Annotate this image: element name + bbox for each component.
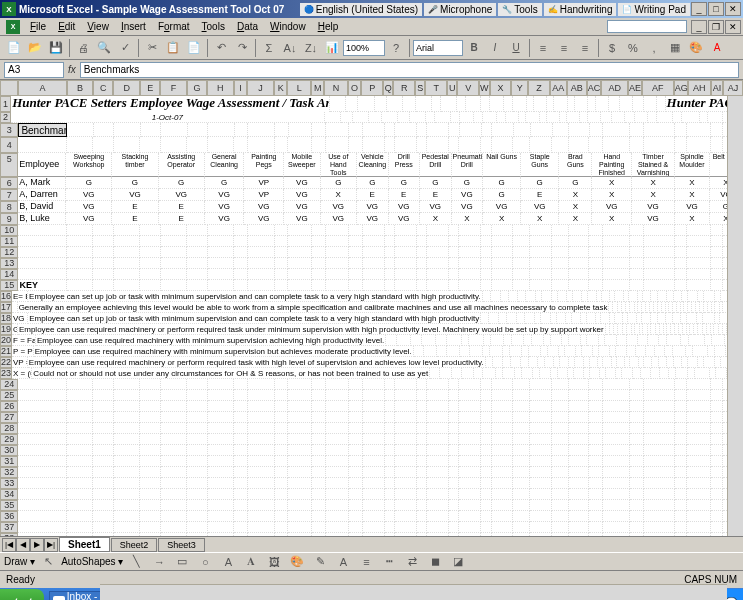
cell[interactable] xyxy=(288,379,312,390)
cell[interactable] xyxy=(385,434,395,445)
cell[interactable] xyxy=(644,467,676,478)
cell[interactable] xyxy=(552,280,569,291)
cell[interactable] xyxy=(644,247,676,258)
cell[interactable] xyxy=(288,511,312,522)
cell[interactable] xyxy=(569,236,589,247)
cell[interactable] xyxy=(492,269,514,280)
cell[interactable] xyxy=(369,112,381,123)
cell[interactable] xyxy=(248,522,275,533)
cell[interactable] xyxy=(288,434,312,445)
task-header[interactable]: Pedestal Drill xyxy=(420,153,452,177)
cell[interactable] xyxy=(589,280,603,291)
cell[interactable] xyxy=(140,489,160,500)
cell[interactable] xyxy=(460,112,474,123)
cell[interactable] xyxy=(530,401,552,412)
cell[interactable] xyxy=(459,401,481,412)
cell[interactable] xyxy=(275,137,289,153)
cell[interactable] xyxy=(114,445,141,456)
cell[interactable] xyxy=(449,522,459,533)
cell[interactable] xyxy=(248,412,275,423)
cell[interactable] xyxy=(459,390,481,401)
cell[interactable] xyxy=(312,247,326,258)
cell[interactable] xyxy=(675,123,687,137)
cell[interactable] xyxy=(385,445,395,456)
cell[interactable] xyxy=(93,478,113,489)
cell[interactable] xyxy=(18,434,66,445)
cell[interactable] xyxy=(512,335,525,346)
cell[interactable] xyxy=(427,247,449,258)
cell[interactable] xyxy=(530,478,552,489)
cell[interactable] xyxy=(449,123,459,137)
cell[interactable] xyxy=(349,500,363,511)
cell[interactable] xyxy=(596,96,610,112)
cell[interactable] xyxy=(541,346,548,357)
cell[interactable] xyxy=(140,511,160,522)
cell[interactable] xyxy=(312,225,326,236)
cell[interactable] xyxy=(459,533,481,536)
cell[interactable] xyxy=(569,335,581,346)
cell[interactable] xyxy=(67,236,94,247)
cell[interactable] xyxy=(687,280,711,291)
cell[interactable] xyxy=(554,96,568,112)
cell[interactable] xyxy=(552,423,569,434)
cell[interactable] xyxy=(675,137,687,153)
cell[interactable] xyxy=(667,291,674,302)
cell[interactable] xyxy=(325,112,341,123)
cell[interactable] xyxy=(552,225,569,236)
cell[interactable] xyxy=(552,401,569,412)
cell[interactable] xyxy=(687,533,711,536)
cell[interactable] xyxy=(312,423,326,434)
cell[interactable] xyxy=(208,511,235,522)
cell[interactable] xyxy=(548,346,559,357)
cell[interactable] xyxy=(481,445,491,456)
cell[interactable] xyxy=(93,412,113,423)
cell[interactable] xyxy=(545,357,555,368)
cell[interactable] xyxy=(275,401,289,412)
cell[interactable] xyxy=(417,500,427,511)
cell[interactable] xyxy=(234,412,248,423)
col-header-S[interactable]: S xyxy=(415,80,425,96)
rating-cell[interactable]: E xyxy=(159,201,205,213)
cell[interactable] xyxy=(459,522,481,533)
col-header-AI[interactable]: AI xyxy=(711,80,723,96)
cell[interactable] xyxy=(470,346,483,357)
cell[interactable] xyxy=(459,247,481,258)
cell[interactable] xyxy=(530,423,552,434)
cell[interactable] xyxy=(275,258,289,269)
cell[interactable] xyxy=(353,112,369,123)
cell[interactable] xyxy=(459,236,481,247)
cell[interactable] xyxy=(687,478,711,489)
col-header-U[interactable]: U xyxy=(447,80,457,96)
cell[interactable] xyxy=(248,478,275,489)
row-header-16[interactable]: 16 xyxy=(0,291,12,302)
cell[interactable] xyxy=(93,236,113,247)
cell[interactable]: F = Fair (3) xyxy=(12,335,36,346)
cell[interactable] xyxy=(673,112,682,123)
cell[interactable] xyxy=(93,390,113,401)
cell[interactable] xyxy=(275,511,289,522)
rating-cell[interactable]: X xyxy=(483,213,521,225)
cell[interactable] xyxy=(569,467,589,478)
cell[interactable] xyxy=(161,269,188,280)
cell[interactable] xyxy=(93,522,113,533)
cell[interactable] xyxy=(660,368,670,379)
cell[interactable] xyxy=(687,379,711,390)
col-header-D[interactable]: D xyxy=(113,80,140,96)
rating-cell[interactable]: X xyxy=(592,189,632,201)
cell[interactable] xyxy=(417,401,427,412)
col-header-T[interactable]: T xyxy=(425,80,447,96)
cell[interactable] xyxy=(530,379,552,390)
cell[interactable] xyxy=(630,225,644,236)
cell[interactable] xyxy=(427,123,449,137)
cell[interactable] xyxy=(644,269,676,280)
cell[interactable] xyxy=(424,346,437,357)
cell[interactable] xyxy=(552,489,569,500)
cell[interactable] xyxy=(363,123,385,137)
cell[interactable] xyxy=(513,445,530,456)
row-header-34[interactable]: 34 xyxy=(0,489,18,500)
cell[interactable] xyxy=(18,225,66,236)
cell[interactable] xyxy=(552,379,569,390)
row-header-25[interactable]: 25 xyxy=(0,390,18,401)
cell[interactable] xyxy=(492,390,514,401)
cell[interactable] xyxy=(659,357,667,368)
